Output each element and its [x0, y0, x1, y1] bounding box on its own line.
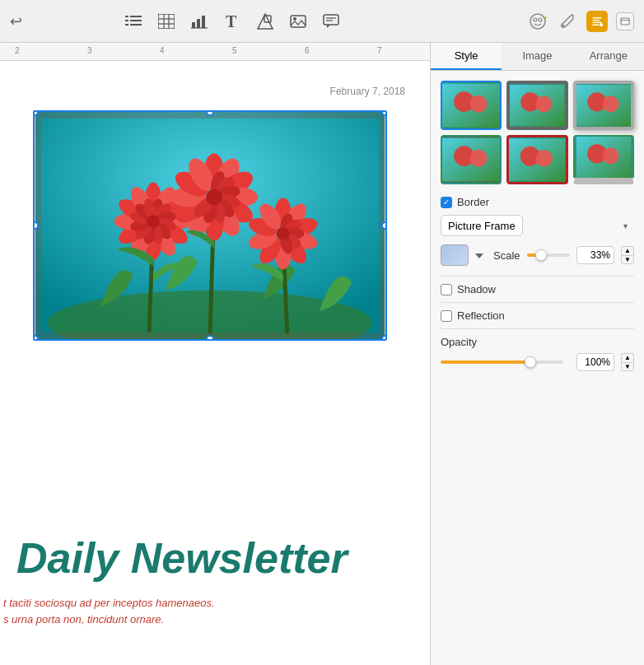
divider-1 [441, 276, 634, 277]
svg-rect-28 [621, 18, 629, 25]
reflection-checkbox[interactable] [441, 310, 452, 322]
svg-rect-13 [202, 16, 205, 28]
svg-rect-11 [192, 22, 195, 28]
scale-input[interactable] [576, 246, 614, 264]
selection-handle-br[interactable] [381, 335, 387, 341]
chart-icon[interactable] [189, 11, 210, 32]
toolbar-left: ↩ [10, 12, 30, 30]
svg-rect-17 [291, 16, 306, 27]
ruler-mark-6: 6 [305, 46, 310, 55]
reflection-row: Reflection [441, 309, 634, 322]
ruler-mark-3: 3 [87, 46, 92, 55]
style-thumb-4[interactable] [441, 135, 502, 184]
svg-rect-1 [130, 16, 142, 17]
border-checkbox[interactable] [441, 197, 452, 208]
table-icon[interactable] [156, 11, 177, 32]
scale-stepper: ▲ ▼ [621, 246, 634, 264]
window-button-1[interactable] [616, 12, 634, 30]
opacity-input[interactable] [576, 353, 614, 371]
svg-point-102 [536, 95, 553, 112]
svg-point-24 [539, 18, 542, 21]
shadow-row: Shadow [441, 283, 634, 295]
mask-icon[interactable]: + [527, 11, 548, 32]
border-label: Border [457, 196, 489, 208]
format-button[interactable] [586, 11, 608, 32]
scale-label: Scale [493, 249, 520, 262]
svg-point-108 [469, 150, 487, 167]
shape-icon[interactable] [254, 11, 276, 32]
selection-handle-bl[interactable] [33, 335, 39, 341]
opacity-row: ▲ ▼ [441, 353, 634, 371]
ruler-mark-7: 7 [377, 46, 382, 55]
reflection-label: Reflection [457, 309, 505, 322]
style-thumb-1[interactable] [441, 81, 502, 130]
shadow-label: Shadow [457, 283, 496, 295]
svg-point-80 [206, 189, 222, 206]
border-color-swatch[interactable] [441, 244, 469, 266]
selection-handle-bc[interactable] [206, 335, 214, 341]
triangle-down-icon [475, 253, 483, 258]
svg-text:+: + [544, 14, 547, 21]
svg-rect-12 [197, 19, 200, 28]
opacity-stepper-up[interactable]: ▲ [621, 353, 634, 362]
svg-rect-0 [125, 16, 128, 17]
svg-point-111 [536, 150, 553, 166]
page-text-2: s urna porta non, tincidunt ornare. [3, 613, 164, 625]
tab-arrange[interactable]: Arrange [573, 43, 644, 70]
svg-point-27 [600, 23, 603, 26]
list-icon[interactable] [123, 11, 144, 32]
svg-point-59 [147, 215, 160, 228]
scale-stepper-up[interactable]: ▲ [621, 246, 634, 255]
scale-stepper-down[interactable]: ▼ [621, 255, 634, 264]
svg-rect-2 [125, 20, 128, 21]
select-arrow-icon: ▾ [623, 221, 628, 230]
style-thumb-3[interactable] [573, 81, 634, 130]
svg-point-99 [469, 95, 487, 113]
svg-point-26 [562, 24, 564, 26]
media-icon[interactable] [287, 11, 309, 32]
style-thumbnails [441, 81, 634, 184]
divider-2 [441, 302, 634, 303]
scale-slider[interactable] [527, 253, 570, 257]
flower-image [35, 112, 385, 339]
panel-content: Border Picture Frame Line Shadow Line ▾ … [431, 71, 644, 665]
svg-point-105 [602, 95, 618, 112]
opacity-section: Opacity ▲ ▼ [441, 336, 634, 371]
border-type-select-wrapper: Picture Frame Line Shadow Line ▾ [441, 215, 634, 236]
text-icon[interactable]: T [222, 11, 243, 32]
wrench-icon[interactable] [557, 11, 578, 32]
ruler-mark-4: 4 [160, 46, 165, 55]
toolbar-right: + [527, 11, 634, 32]
right-panel: Style Image Arrange [430, 43, 644, 665]
selection-handle-tr[interactable] [381, 110, 387, 116]
main-area: 2 3 4 5 6 7 February 7, 2018 [0, 43, 644, 665]
opacity-slider[interactable] [441, 360, 563, 364]
toolbar-center-icons: T [123, 11, 342, 32]
opacity-thumb[interactable] [525, 356, 536, 368]
canvas-area: 2 3 4 5 6 7 February 7, 2018 [0, 43, 430, 665]
style-thumb-6[interactable] [573, 135, 634, 184]
ruler-numbers: 2 3 4 5 6 7 [0, 43, 430, 60]
ruler-mark-5: 5 [232, 46, 237, 55]
divider-3 [441, 328, 634, 329]
style-thumb-5[interactable] [506, 135, 567, 184]
page: February 7, 2018 [0, 61, 430, 665]
image-container[interactable] [33, 110, 387, 341]
border-type-select[interactable]: Picture Frame Line Shadow Line [441, 215, 523, 236]
svg-rect-6 [158, 14, 175, 29]
scale-slider-thumb[interactable] [535, 249, 547, 261]
selected-image [33, 110, 387, 341]
opacity-stepper-down[interactable]: ▼ [621, 362, 634, 371]
svg-rect-4 [125, 24, 128, 26]
tab-style[interactable]: Style [431, 43, 502, 70]
shadow-checkbox[interactable] [441, 284, 452, 295]
selection-handle-mr[interactable] [381, 221, 387, 230]
border-row: Border [441, 196, 634, 208]
panel-tabs: Style Image Arrange [431, 43, 644, 71]
comment-icon[interactable] [320, 11, 342, 32]
page-text-1: t taciti sociosqu ad per inceptos hamena… [3, 597, 215, 609]
undo-button[interactable]: ↩ [10, 12, 22, 30]
tab-image[interactable]: Image [502, 43, 572, 70]
svg-point-96 [277, 227, 290, 240]
style-thumb-2[interactable] [506, 81, 567, 130]
